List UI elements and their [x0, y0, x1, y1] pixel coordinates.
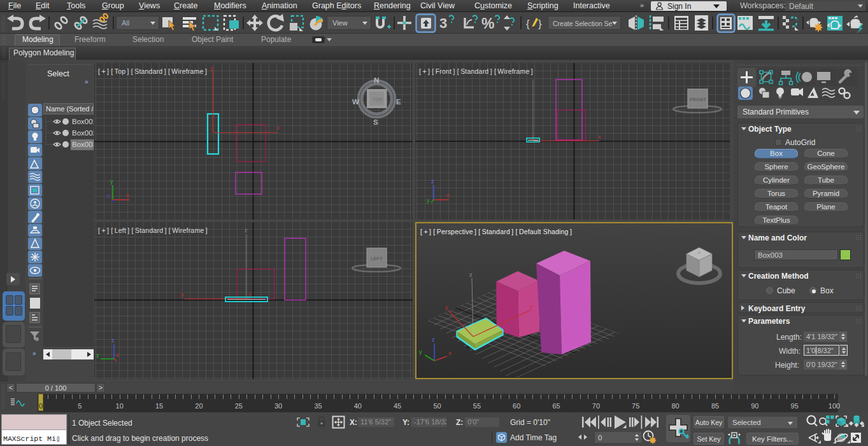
svg-text:TOP: TOP — [373, 97, 383, 102]
svg-text:y: y — [181, 291, 184, 298]
svg-text:x: x — [530, 303, 533, 310]
svg-text:3: 3 — [439, 15, 447, 31]
svg-text:x: x — [126, 192, 129, 199]
svg-text:LEFT: LEFT — [371, 256, 383, 261]
svg-text:y: y — [419, 348, 422, 355]
svg-text:y: y — [96, 351, 99, 358]
svg-text:{: { — [526, 18, 530, 30]
svg-text:%: % — [481, 15, 494, 32]
svg-text:z: z — [431, 178, 434, 185]
svg-text:x: x — [116, 351, 119, 358]
svg-text:z: z — [245, 227, 248, 233]
svg-text:W: W — [352, 98, 359, 106]
svg-text:S: S — [373, 118, 378, 126]
svg-text:Box003: Box003 — [72, 141, 94, 148]
svg-text:z: z — [469, 272, 473, 278]
svg-text:x: x — [276, 125, 280, 131]
svg-text:Box002: Box002 — [72, 129, 94, 137]
svg-text:}: } — [538, 18, 542, 30]
svg-text:Box001: Box001 — [72, 118, 94, 125]
svg-text:x: x — [446, 192, 450, 199]
svg-text:x: x — [448, 349, 452, 356]
svg-text:z: z — [432, 336, 435, 343]
svg-text:E: E — [396, 98, 401, 106]
svg-text:0: 0 — [598, 434, 602, 442]
svg-text:FRONT: FRONT — [690, 97, 706, 102]
svg-text:y: y — [110, 178, 113, 185]
svg-text:y: y — [445, 304, 448, 310]
svg-text:x: x — [598, 134, 601, 140]
svg-text:y: y — [427, 197, 430, 204]
svg-text:y: y — [210, 65, 213, 71]
svg-text:N: N — [374, 76, 379, 84]
svg-text:z: z — [107, 192, 110, 199]
svg-text:z: z — [111, 337, 115, 344]
